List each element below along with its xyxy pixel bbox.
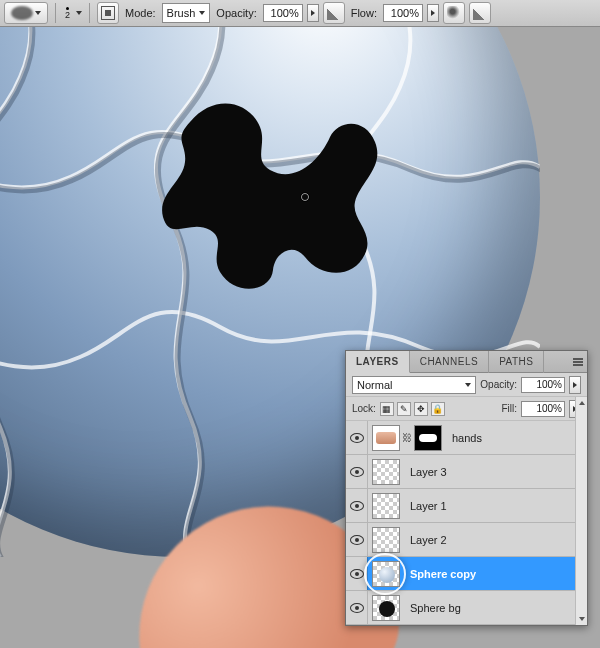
layer-name[interactable]: Layer 2 [404,534,447,546]
mode-label: Mode: [123,7,158,19]
brush-size-value: 2 [65,11,70,20]
panel-tabs: LAYERS CHANNELS PATHS [346,351,587,373]
chevron-down-icon [35,11,41,15]
visibility-toggle[interactable] [346,421,368,454]
panel-toggle-icon [101,6,115,20]
tool-preset-picker[interactable] [4,2,48,24]
tab-channels[interactable]: CHANNELS [410,351,489,373]
layer-name[interactable]: Layer 3 [404,466,447,478]
separator [89,3,90,23]
layer-opacity-flyout[interactable] [569,376,581,394]
chevron-down-icon[interactable] [76,11,82,15]
visibility-toggle[interactable] [346,489,368,522]
tablet-pressure-size[interactable] [469,2,491,24]
fill-input[interactable]: 100% [521,401,565,417]
fill-label: Fill: [501,403,517,414]
flow-label: Flow: [349,7,379,19]
eye-icon [350,569,364,579]
brush-panel-toggle[interactable] [97,2,119,24]
scroll-up-button[interactable] [576,397,588,409]
options-bar: 2 Mode: Brush Opacity: 100% Flow: 100% [0,0,600,27]
panel-menu-button[interactable] [569,361,587,363]
lock-fill-row: Lock: ▦ ✎ ✥ 🔒 Fill: 100% [346,397,587,421]
visibility-toggle[interactable] [346,455,368,488]
lock-image-pixels[interactable]: ✎ [397,402,411,416]
layer-mask-thumbnail[interactable] [414,425,442,451]
tablet-pressure-opacity[interactable] [323,2,345,24]
lock-transparent-pixels[interactable]: ▦ [380,402,394,416]
chevron-down-icon [199,11,205,15]
blend-opacity-row: Normal Opacity: 100% [346,373,587,397]
layer-name[interactable]: hands [446,432,482,444]
layer-thumbnail[interactable] [372,459,400,485]
panel-scrollbar[interactable] [575,397,587,625]
flow-input[interactable]: 100% [383,4,423,22]
opacity-input[interactable]: 100% [263,4,303,22]
visibility-toggle[interactable] [346,591,368,624]
layer-thumbnail[interactable] [372,425,400,451]
lock-position[interactable]: ✥ [414,402,428,416]
airbrush-toggle[interactable] [443,2,465,24]
brush-icon [11,6,33,20]
tab-layers[interactable]: LAYERS [346,351,410,373]
mode-select[interactable]: Brush [162,3,211,23]
mode-value: Brush [167,7,196,19]
eye-icon [350,501,364,511]
visibility-toggle[interactable] [346,557,368,590]
fill-value: 100% [536,403,562,414]
tablet-pressure-icon [473,6,487,20]
lock-label: Lock: [352,403,376,414]
brush-cursor [300,192,310,202]
mask-link-icon[interactable]: ⛓ [403,431,411,445]
layer-name[interactable]: Sphere copy [404,568,476,580]
opacity-value: 100% [271,7,299,19]
blend-mode-value: Normal [357,379,392,391]
lock-all[interactable]: 🔒 [431,402,445,416]
layer-row-layer2[interactable]: Layer 2 [346,523,587,557]
menu-icon [573,361,583,363]
opacity-label: Opacity: [214,7,258,19]
separator [55,3,56,23]
layer-thumbnail[interactable] [372,527,400,553]
layer-opacity-label: Opacity: [480,379,517,390]
tab-paths[interactable]: PATHS [489,351,544,373]
brush-size-picker[interactable]: 2 [63,7,72,20]
visibility-toggle[interactable] [346,523,368,556]
opacity-flyout[interactable] [307,4,319,22]
eye-icon [350,467,364,477]
layer-row-sphere-bg[interactable]: Sphere bg [346,591,587,625]
layer-opacity-value: 100% [536,379,562,390]
eye-icon [350,433,364,443]
layer-name[interactable]: Layer 1 [404,500,447,512]
layer-row-layer1[interactable]: Layer 1 [346,489,587,523]
layer-thumbnail[interactable] [372,493,400,519]
layer-name[interactable]: Sphere bg [404,602,461,614]
scroll-down-button[interactable] [576,613,588,625]
layer-thumbnail[interactable] [372,595,400,621]
eye-icon [350,603,364,613]
layers-list: ⛓ hands Layer 3 Layer 1 Layer 2 Sphere c… [346,421,587,625]
layer-row-layer3[interactable]: Layer 3 [346,455,587,489]
layer-thumbnail[interactable] [372,561,400,587]
layer-row-sphere-copy[interactable]: Sphere copy [346,557,587,591]
blend-mode-select[interactable]: Normal [352,376,476,394]
layer-opacity-input[interactable]: 100% [521,377,565,393]
airbrush-icon [447,6,461,20]
artwork-missing-piece [155,82,395,292]
flow-value: 100% [391,7,419,19]
eye-icon [350,535,364,545]
layer-row-hands[interactable]: ⛓ hands [346,421,587,455]
tablet-pressure-icon [327,6,341,20]
flow-flyout[interactable] [427,4,439,22]
layers-panel: LAYERS CHANNELS PATHS Normal Opacity: 10… [345,350,588,626]
chevron-down-icon [465,383,471,387]
